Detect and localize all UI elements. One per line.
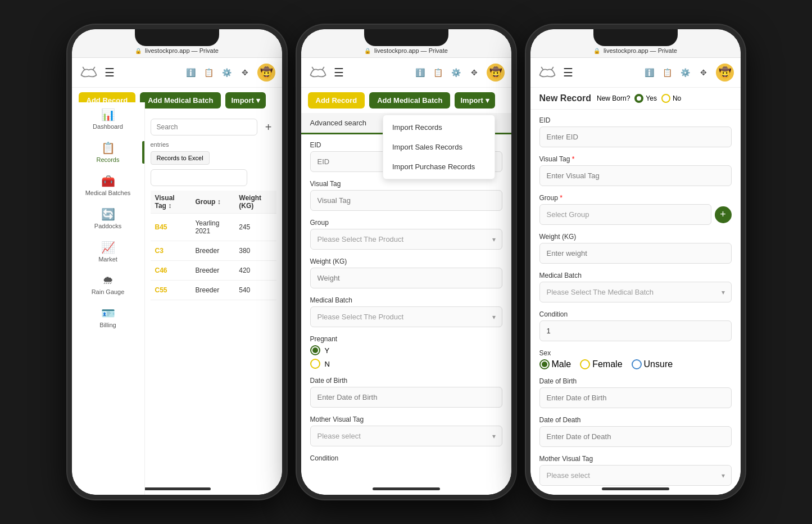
lock-icon-3: 🔒: [593, 48, 600, 54]
new-born-yes-wrapper[interactable]: Yes: [634, 94, 657, 103]
gear-icon-1[interactable]: ⚙️: [221, 67, 233, 78]
cell-group: Breeder: [190, 241, 234, 261]
dob-input-2[interactable]: [310, 387, 502, 408]
sidebar-label-market: Market: [98, 256, 117, 263]
add-record-btn-2[interactable]: Add Record: [308, 92, 365, 109]
avatar-1[interactable]: 🤠: [257, 64, 275, 82]
sidebar-label-medical: Medical Batches: [85, 189, 131, 196]
pregnant-no-radio[interactable]: [310, 359, 320, 369]
mother-tag-select-3[interactable]: Please select: [539, 465, 732, 486]
sex-female-radio[interactable]: [580, 359, 590, 369]
add-medical-batch-btn-2[interactable]: Add Medical Batch: [369, 92, 450, 109]
hamburger-1[interactable]: ☰: [105, 66, 115, 79]
info-icon-2[interactable]: ℹ️: [415, 67, 426, 78]
expand-icon-2[interactable]: ✥: [469, 67, 480, 78]
export-excel-btn[interactable]: Records to Excel: [151, 151, 210, 165]
new-born-yes-radio[interactable]: [634, 94, 643, 103]
dob-label-2: Date of Birth: [310, 377, 502, 385]
clipboard-icon-2[interactable]: 📋: [433, 67, 444, 78]
clipboard-icon-1[interactable]: 📋: [203, 67, 215, 78]
condition-input-3[interactable]: [539, 320, 732, 341]
sex-female-wrapper[interactable]: Female: [580, 359, 622, 369]
eid-label-3: EID: [539, 116, 732, 124]
pregnant-no-item[interactable]: N: [310, 359, 502, 369]
table-row: C55 Breeder 540: [151, 281, 276, 300]
top-nav-2: ☰ ℹ️ 📋 ⚙️ ✥ 🤠: [301, 58, 511, 88]
hamburger-2[interactable]: ☰: [334, 66, 344, 79]
pregnant-yes-item[interactable]: Y: [310, 345, 502, 355]
medical-batch-select-3[interactable]: Please Select The Medical Batch: [539, 282, 732, 302]
phone-3-screen: 🔒 livestockpro.app — Private ☰ ℹ️ 📋 ⚙️ ✥…: [530, 29, 741, 495]
import-btn-2[interactable]: Import ▾: [455, 92, 495, 109]
medical-batch-select-wrapper: Please Select The Product ▾: [310, 306, 502, 327]
group-add-btn[interactable]: +: [715, 206, 732, 223]
group-input-row: +: [539, 204, 732, 225]
col-header-tag: Visual Tag ↕: [151, 191, 191, 214]
table-row: B45 Yearling 2021 245: [151, 214, 276, 241]
form-section-3: EID Visual Tag * Group *: [530, 110, 741, 495]
cell-tag[interactable]: C3: [151, 241, 191, 261]
sidebar-item-paddocks[interactable]: 🔄 Paddocks: [72, 202, 144, 235]
group-input-3[interactable]: [539, 204, 711, 225]
sidebar-1: 📊 Dashboard 📋 Records 🧰 Medical Batches …: [72, 102, 145, 495]
medical-batch-select-2[interactable]: Please Select The Product: [310, 306, 502, 327]
info-icon-1[interactable]: ℹ️: [185, 67, 197, 78]
eid-input-3[interactable]: [539, 127, 732, 147]
table-filter-input[interactable]: [151, 169, 247, 186]
avatar-3[interactable]: 🤠: [716, 64, 734, 82]
new-born-yes-label: Yes: [646, 94, 657, 102]
gear-icon-2[interactable]: ⚙️: [451, 67, 462, 78]
dod-label-3: Date of Death: [539, 416, 732, 424]
expand-icon-1[interactable]: ✥: [239, 67, 251, 78]
sidebar-item-dashboard[interactable]: 📊 Dashboard: [72, 102, 144, 135]
import-sales-item[interactable]: Import Sales Records: [383, 137, 495, 157]
sidebar-item-market[interactable]: 📈 Market: [72, 235, 144, 268]
avatar-2[interactable]: 🤠: [487, 64, 505, 82]
sex-unsure-wrapper[interactable]: Unsure: [632, 359, 673, 369]
table-row: C3 Breeder 380: [151, 241, 276, 261]
group-select-2[interactable]: Please Select The Product: [310, 229, 502, 250]
info-icon-3[interactable]: ℹ️: [644, 67, 655, 78]
phone-1-screen: 🔒 livestockpro.app — Private ☰ ℹ️ 📋 ⚙️ ✥…: [72, 29, 282, 495]
dob-input-3[interactable]: [539, 387, 732, 408]
cell-tag[interactable]: C55: [151, 281, 191, 300]
paddocks-icon: 🔄: [101, 207, 115, 221]
gear-icon-3[interactable]: ⚙️: [680, 67, 691, 78]
sidebar-item-billing[interactable]: 🪪 Billing: [72, 301, 144, 334]
visual-tag-input-3[interactable]: [539, 165, 732, 186]
mother-tag-select-2[interactable]: Please select: [310, 426, 502, 446]
action-bar-2: Add Record Add Medical Batch Import ▾ Im…: [301, 88, 511, 113]
sidebar-item-medical[interactable]: 🧰 Medical Batches: [72, 169, 144, 202]
search-plus-btn[interactable]: +: [261, 119, 276, 135]
visual-tag-input-2[interactable]: [310, 190, 502, 211]
import-btn-1[interactable]: Import ▾: [225, 92, 265, 109]
import-purchase-item[interactable]: Import Purchase Records: [383, 157, 495, 177]
hamburger-3[interactable]: ☰: [563, 66, 573, 79]
sidebar-item-records[interactable]: 📋 Records: [72, 135, 144, 169]
nav-icons-2: ℹ️ 📋 ⚙️ ✥ 🤠: [415, 64, 505, 82]
cell-tag[interactable]: C46: [151, 261, 191, 281]
new-born-no-wrapper[interactable]: No: [661, 94, 681, 103]
clipboard-icon-3[interactable]: 📋: [662, 67, 673, 78]
sex-female-label: Female: [592, 359, 622, 369]
weight-input-3[interactable]: [539, 243, 732, 264]
add-medical-batch-btn-1[interactable]: Add Medical Batch: [140, 92, 221, 109]
group-group: Group Please Select The Product ▾: [310, 219, 502, 250]
sidebar-label-records: Records: [97, 156, 120, 163]
sex-male-radio[interactable]: [539, 359, 550, 369]
browser-url-3: livestockpro.app — Private: [604, 47, 677, 54]
new-born-no-radio[interactable]: [661, 94, 670, 103]
pregnant-yes-radio[interactable]: [310, 345, 320, 355]
cell-tag[interactable]: B45: [151, 214, 191, 241]
condition-label-3: Condition: [539, 310, 732, 318]
weight-input-2[interactable]: [310, 268, 502, 288]
dob-label-3: Date of Birth: [539, 377, 732, 385]
dod-input-3[interactable]: [539, 426, 732, 447]
sex-unsure-radio[interactable]: [632, 359, 642, 369]
search-input-1[interactable]: [151, 119, 257, 135]
sidebar-item-rain[interactable]: 🌧 Rain Gauge: [72, 268, 144, 301]
group-label-3: Group *: [539, 194, 732, 202]
import-records-item[interactable]: Import Records: [383, 118, 495, 137]
sex-male-wrapper[interactable]: Male: [539, 359, 571, 369]
expand-icon-3[interactable]: ✥: [698, 67, 709, 78]
